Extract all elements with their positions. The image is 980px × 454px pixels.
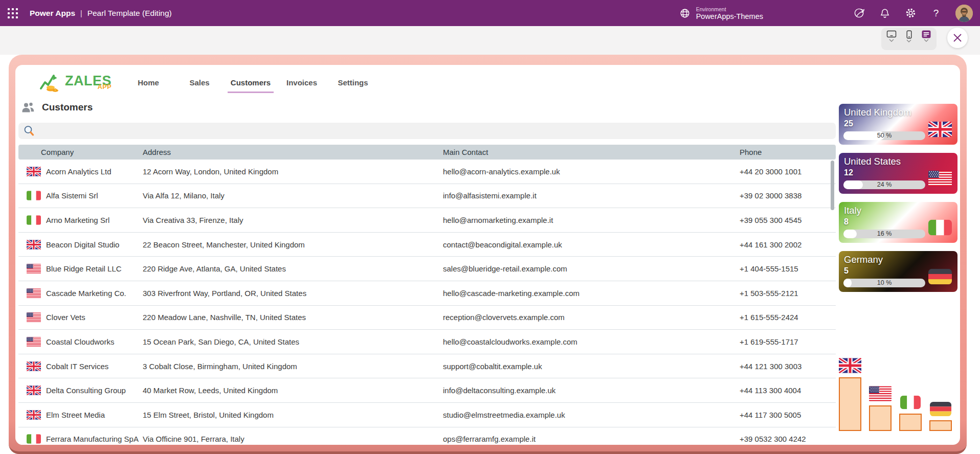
title-separator: |: [80, 9, 82, 17]
table-row[interactable]: Cascade Marketing Co. 303 Riverfront Way…: [18, 281, 836, 306]
company-name: Alfa Sistemi Srl: [46, 191, 98, 200]
table-row[interactable]: Clover Vets 220 Meadow Lane, Nashville, …: [18, 306, 836, 330]
cell-main-contact: support@cobaltit.example.uk: [443, 362, 740, 371]
phone-preview-button[interactable]: [902, 30, 916, 42]
help-icon[interactable]: ?: [930, 7, 942, 19]
page-head: Customers: [21, 102, 93, 113]
settings-icon[interactable]: [904, 7, 917, 19]
search-bar[interactable]: [18, 123, 836, 139]
cell-phone: +44 20 3000 1001: [740, 167, 836, 176]
nav-tab-home[interactable]: Home: [125, 75, 171, 93]
company-name: Blue Ridge Retail LLC: [46, 264, 122, 273]
table-row[interactable]: Ferrara Manufacturing SpA Via Officine 9…: [18, 427, 836, 445]
avatar[interactable]: [955, 5, 973, 22]
country-flag-icon: [27, 288, 41, 298]
country-flag-icon: [27, 191, 41, 200]
cell-company: Cascade Marketing Co.: [18, 288, 143, 298]
progress-percent-label: 10 %: [843, 279, 925, 287]
country-flag-icon: [27, 215, 41, 225]
country-flag-icon: [869, 386, 892, 401]
table-row[interactable]: Acorn Analytics Ltd 12 Acorn Way, London…: [18, 160, 836, 184]
country-flag-icon: [27, 434, 41, 444]
table-row[interactable]: Blue Ridge Retail LLC 220 Ridge Ave, Atl…: [18, 257, 836, 281]
table-row[interactable]: Arno Marketing Srl Via Creativa 33, Fire…: [18, 208, 836, 233]
company-name: Beacon Digital Studio: [46, 240, 119, 249]
nav-tab-settings[interactable]: Settings: [330, 75, 376, 93]
country-flag-icon: [27, 167, 41, 176]
cell-address: 40 Market Row, Leeds, United Kingdom: [143, 386, 443, 395]
cell-company: Arno Marketing Srl: [18, 215, 143, 225]
nav-tab-sales[interactable]: Sales: [176, 75, 222, 93]
table-body: Acorn Analytics Ltd 12 Acorn Way, London…: [18, 160, 836, 445]
cell-address: 303 Riverfront Way, Portland, OR, United…: [143, 289, 443, 298]
country-flag-icon: [928, 219, 952, 236]
country-flag-icon: [27, 264, 41, 274]
chart-bar: [839, 377, 861, 431]
nav-tab-customers[interactable]: Customers: [228, 75, 274, 93]
cell-phone: +44 117 300 5005: [740, 411, 836, 419]
customers-icon: [21, 102, 35, 113]
country-flag-icon: [27, 240, 41, 249]
table-row[interactable]: Coastal Cloudworks 15 Ocean Park, San Di…: [18, 330, 836, 354]
copilot-icon[interactable]: [853, 7, 865, 19]
cell-company: Cobalt IT Services: [18, 361, 143, 371]
company-name: Cascade Marketing Co.: [46, 289, 126, 298]
cell-main-contact: reception@clovervets.example.com: [443, 313, 740, 322]
app-title: Pearl Template (Editing): [87, 9, 172, 18]
environment-icon: [679, 7, 691, 19]
cell-company: Ferrara Manufacturing SpA: [18, 434, 143, 444]
notifications-icon[interactable]: [879, 7, 891, 19]
company-name: Clover Vets: [46, 313, 85, 322]
chart-bar: [899, 414, 922, 431]
table-row[interactable]: Cobalt IT Services 3 Cobalt Close, Birmi…: [18, 354, 836, 379]
cell-main-contact: info@alfasistemi.example.it: [443, 191, 740, 200]
cell-address: Via Alfa 12, Milano, Italy: [143, 191, 443, 200]
cell-main-contact: sales@blueridge-retail.example.com: [443, 264, 740, 273]
environment-picker[interactable]: Environment PowerApps-Themes: [679, 6, 763, 20]
cell-company: Clover Vets: [18, 312, 143, 322]
table-row[interactable]: Alfa Sistemi Srl Via Alfa 12, Milano, It…: [18, 184, 836, 209]
country-stats-panel: United Kingdom 25 50 % United States 12: [839, 104, 957, 300]
cell-phone: +44 113 300 4004: [740, 386, 836, 395]
cell-phone: +44 161 300 2002: [740, 240, 836, 249]
country-flag-icon: [928, 121, 952, 138]
desktop-preview-button[interactable]: [885, 30, 898, 42]
table-row[interactable]: Delta Consulting Group 40 Market Row, Le…: [18, 378, 836, 403]
table-header: Company Address Main Contact Phone: [18, 145, 836, 160]
search-input[interactable]: [35, 123, 836, 139]
screen: Power Apps | Pearl Template (Editing) En…: [0, 0, 980, 454]
cell-address: 15 Ocean Park, San Diego, CA, United Sta…: [143, 337, 443, 346]
country-flag-icon: [27, 385, 41, 395]
cell-address: Via Officine 901, Ferrara, Italy: [143, 435, 443, 443]
country-name: Germany: [844, 254, 952, 265]
company-name: Delta Consulting Group: [46, 386, 126, 395]
waffle-icon[interactable]: [0, 0, 26, 26]
tablet-preview-button-active[interactable]: [920, 30, 933, 42]
topbar: Power Apps | Pearl Template (Editing) En…: [0, 0, 980, 26]
country-flag-icon: [928, 170, 952, 187]
powerapps-brand[interactable]: Power Apps: [30, 9, 75, 18]
company-name: Coastal Cloudworks: [46, 337, 114, 346]
nav-tab-invoices[interactable]: Invoices: [279, 75, 325, 93]
cell-main-contact: hello@cascade-marketing.example.com: [443, 289, 740, 298]
close-preview-button[interactable]: [947, 28, 968, 48]
app-logo: ZALES APP: [38, 69, 112, 93]
country-card-de: Germany 5 10 %: [839, 251, 957, 292]
country-flag-icon: [900, 395, 921, 410]
scrollbar-thumb[interactable]: [831, 161, 834, 210]
table-scrollbar[interactable]: [831, 161, 834, 441]
device-preview-group: [881, 28, 937, 50]
country-name: United States: [844, 156, 952, 167]
customers-table: Company Address Main Contact Phone Acorn…: [18, 145, 836, 445]
progress-percent-label: 50 %: [843, 131, 925, 140]
table-row[interactable]: Beacon Digital Studio 22 Beacon Street, …: [18, 233, 836, 257]
cell-company: Alfa Sistemi Srl: [18, 191, 143, 200]
table-row[interactable]: Elm Street Media 15 Elm Street, Bristol,…: [18, 403, 836, 427]
close-icon: [953, 33, 962, 42]
cell-company: Beacon Digital Studio: [18, 240, 143, 249]
country-name: United Kingdom: [844, 107, 952, 118]
country-progress-bar: 24 %: [843, 180, 925, 189]
chart-bar-uk: [839, 358, 861, 431]
logo-chart-icon: [38, 69, 62, 93]
cell-address: 3 Cobalt Close, Birmingham, United Kingd…: [143, 362, 443, 371]
